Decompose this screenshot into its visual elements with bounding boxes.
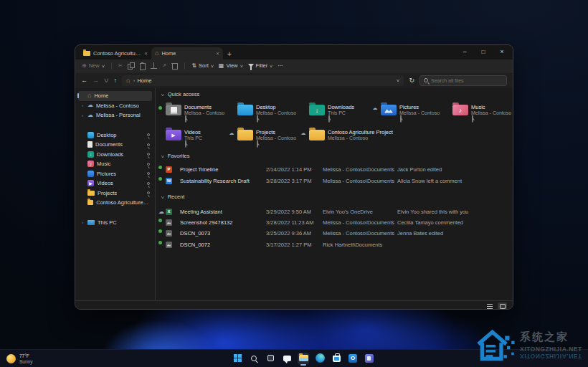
minimize-button[interactable]: – xyxy=(455,45,474,59)
sidebar-item-projects[interactable]: Projects xyxy=(78,189,152,199)
expand-chevron-icon[interactable]: › xyxy=(80,113,85,118)
task-view-button[interactable] xyxy=(265,353,276,364)
quick-access-tile-music[interactable]: Music Melissa - Contoso xyxy=(444,103,513,125)
view-button[interactable]: ▦ View ∨ xyxy=(219,62,243,69)
sort-button[interactable]: ⇅ Sort ∨ xyxy=(191,62,214,69)
share-icon[interactable]: ↗ xyxy=(162,62,166,69)
sidebar-item-desktop[interactable]: Desktop xyxy=(78,130,152,140)
close-button[interactable]: × xyxy=(493,45,511,59)
sidebar-item-contoso-agriculture-project[interactable]: Contoso Agriculture Project xyxy=(78,198,152,208)
search-box[interactable] xyxy=(419,75,507,86)
section-header-favorites[interactable]: ∨ Favorites xyxy=(161,153,190,159)
file-activity: Cecilia Tamayo commented xyxy=(397,218,463,227)
sidebar-item-downloads[interactable]: ↓ Downloads xyxy=(78,150,152,160)
recent-locations-icon[interactable]: ∨ xyxy=(103,77,110,84)
chevron-down-icon: ∨ xyxy=(240,64,244,68)
file-explorer-button[interactable] xyxy=(298,353,309,364)
chevron-down-icon: ∨ xyxy=(269,64,273,68)
breadcrumb[interactable]: Home xyxy=(137,77,151,84)
chat-button[interactable] xyxy=(281,353,293,364)
file-date: 2/14/2022 1:14 PM xyxy=(266,165,311,174)
favorites-row-project-timeline[interactable]: P Project Timeline 2/14/2022 1:14 PM Mel… xyxy=(156,165,513,174)
sidebar-item-label: Music xyxy=(97,161,111,167)
synced-status-icon xyxy=(158,106,162,110)
close-tab-icon[interactable]: × xyxy=(144,50,148,57)
expand-chevron-icon[interactable]: › xyxy=(80,103,85,108)
start-button[interactable] xyxy=(232,353,243,364)
tile-text: Projects Melissa - Contoso xyxy=(256,128,296,151)
cut-icon[interactable]: ✂ xyxy=(118,62,123,69)
tab-home[interactable]: ⌂ Home × xyxy=(151,47,223,59)
quick-access-tile-projects[interactable]: ☁ Projects Melissa - Contoso xyxy=(229,128,299,151)
widgets-weather-button[interactable]: 77°F Sunny xyxy=(6,353,32,365)
address-dropdown-icon[interactable]: ∨ xyxy=(397,78,401,82)
filter-button[interactable]: Filter ∨ xyxy=(248,62,273,69)
task-view-icon xyxy=(267,355,274,361)
status-bar xyxy=(75,300,513,310)
synced-status-icon xyxy=(158,219,162,222)
section-header-recent[interactable]: ∨ Recent xyxy=(161,194,184,200)
tab-contoso-agriculture-project[interactable]: Contoso Agriculture Project × xyxy=(80,47,151,59)
sidebar-item-label: Videos xyxy=(97,180,113,186)
quick-access-tile-desktop[interactable]: Desktop Melissa - Contoso xyxy=(229,103,299,125)
refresh-button[interactable]: ↻ xyxy=(409,77,414,84)
expand-chevron-icon[interactable]: › xyxy=(80,220,85,224)
office-button[interactable] xyxy=(364,353,375,364)
outlook-button[interactable]: O xyxy=(347,353,359,364)
close-tab-icon[interactable]: × xyxy=(216,50,219,57)
sidebar-item-home[interactable]: ⌂ Home xyxy=(78,91,152,101)
recent-row-meeting-assistant[interactable]: ☁ X Meeting Assistant 3/29/2022 9:50 AM … xyxy=(156,207,513,216)
new-button[interactable]: ⊕ New ∨ xyxy=(82,62,105,69)
recent-row-dscn-0073[interactable]: DSCN_0073 3/25/2022 9:36 AM Melissa - Co… xyxy=(156,229,513,238)
weather-temperature: 77°F xyxy=(19,353,32,359)
large-icons-view-button[interactable] xyxy=(498,302,507,310)
sun-weather-icon xyxy=(6,354,16,363)
more-options-icon[interactable]: ⋯ xyxy=(278,62,283,69)
sidebar-item-pictures[interactable]: Pictures xyxy=(78,169,152,179)
section-header-quick-access[interactable]: ∨ Quick access xyxy=(161,91,199,97)
taskbar-search-button[interactable] xyxy=(248,353,260,364)
tile-location: Melissa - Contoso xyxy=(328,135,393,140)
rename-icon[interactable] xyxy=(151,62,157,69)
sidebar-item-label: Melissa - Personal xyxy=(96,112,141,118)
maximize-button[interactable]: □ xyxy=(474,45,493,59)
quick-access-tile-videos[interactable]: Videos This PC xyxy=(157,128,227,151)
quick-access-tile-documents[interactable]: Documents Melissa - Contoso xyxy=(157,103,227,125)
favorites-row-sustainability-research-draft[interactable]: W Sustainability Research Draft 3/28/202… xyxy=(156,176,513,186)
forward-button[interactable]: → xyxy=(93,77,99,84)
recent-row-dscn-0072[interactable]: DSCN_0072 3/17/2022 1:27 PM Rick Hartnet… xyxy=(156,240,513,249)
tab-bar: Contoso Agriculture Project × ⌂ Home × +… xyxy=(75,45,513,59)
address-bar[interactable]: ⌂ › Home ∨ xyxy=(122,75,404,86)
tile-text: Contoso Agriculture Project Melissa - Co… xyxy=(328,128,393,151)
search-icon xyxy=(424,78,428,82)
delete-icon[interactable] xyxy=(171,62,178,69)
sidebar-item-label: Desktop xyxy=(97,132,117,138)
file-activity: Elvin Yoo shared this with you xyxy=(397,207,468,216)
edge-button[interactable] xyxy=(314,353,326,364)
divider xyxy=(184,62,185,70)
sidebar-item-videos[interactable]: ▶ Videos xyxy=(78,178,152,189)
sidebar-item-melissa-personal[interactable]: › ☁ Melissa - Personal xyxy=(78,110,152,120)
quick-access-tile-downloads[interactable]: Downloads This PC xyxy=(300,103,371,125)
pin-icon xyxy=(147,133,150,136)
sort-label: Sort xyxy=(199,62,209,69)
sort-icon: ⇅ xyxy=(191,62,196,69)
copy-icon[interactable] xyxy=(128,62,134,69)
sidebar-item-documents[interactable]: Documents xyxy=(78,140,152,150)
sidebar-item-this-pc[interactable]: › This PC xyxy=(78,218,152,228)
quick-access-tile-contoso-agriculture-project[interactable]: ☁ Contoso Agriculture Project Melissa - … xyxy=(300,128,408,151)
videos-folder-icon xyxy=(166,130,181,140)
paste-icon[interactable] xyxy=(139,62,146,69)
file-date: 3/28/2022 3:17 PM xyxy=(266,176,311,186)
sidebar-item-music[interactable]: ♪ Music xyxy=(78,159,152,169)
quick-access-tile-pictures[interactable]: ☁ Pictures Melissa - Contoso xyxy=(372,103,442,125)
chevron-down-icon: ∨ xyxy=(210,64,214,68)
details-view-button[interactable] xyxy=(485,302,494,310)
search-input[interactable] xyxy=(431,78,503,83)
back-button[interactable]: ← xyxy=(81,77,87,84)
recent-row-screenshot-29478132[interactable]: Screenshot 29478132 3/28/2022 11:23 AM M… xyxy=(156,218,513,227)
sidebar-item-melissa-contoso[interactable]: › ☁ Melissa - Contoso xyxy=(78,101,152,111)
up-button[interactable]: ↑ xyxy=(114,77,118,84)
new-tab-button[interactable]: + xyxy=(227,50,232,58)
store-button[interactable] xyxy=(331,353,342,364)
